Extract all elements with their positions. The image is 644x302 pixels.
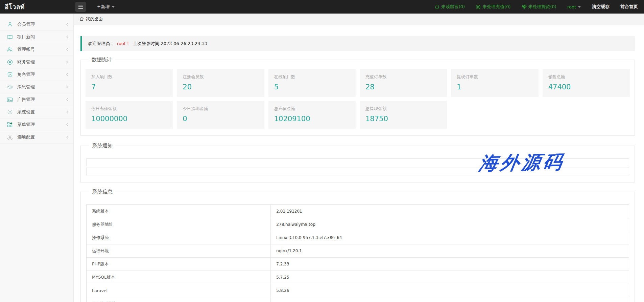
settings-icon	[7, 109, 13, 115]
stat-label: 注册会员数	[183, 74, 258, 80]
stat-card: 今日提现金额 0	[177, 101, 264, 129]
table-row: 运行环境 nginx/1.20.1	[87, 244, 629, 258]
sidebar-item-label: 管理帐号	[17, 46, 66, 52]
sidebar-item-menus[interactable]: 菜单管理	[0, 118, 73, 131]
sidebar-item-system-settings[interactable]: 系统设置	[0, 106, 73, 118]
chevron-left-icon	[66, 122, 69, 128]
chevron-left-icon	[66, 109, 69, 115]
menu-icon	[7, 122, 13, 128]
chevron-left-icon	[66, 59, 69, 65]
welcome-time: 上次登录时间:2023-06-26 23:24:33	[133, 41, 207, 47]
topbar-right: 未读留言(0) 未处理充值(0) 未处理提款(0) root 清空缓存 前台首页	[435, 0, 638, 14]
ad-icon	[7, 96, 13, 103]
diamond-icon	[522, 4, 527, 9]
sysinfo-row-value: 50M	[271, 297, 629, 302]
stat-label: 今日充值金额	[91, 106, 167, 112]
sidebar: 会员管理 项目新闻 管理帐号 财务管理 角色管理 消息管理	[0, 14, 74, 302]
stat-card: 在线项目数 5	[268, 69, 356, 97]
sidebar-item-roles[interactable]: 角色管理	[0, 68, 73, 81]
sidebar-item-members[interactable]: 会员管理	[0, 18, 73, 31]
sidebar-item-project-news[interactable]: 项目新闻	[0, 31, 73, 43]
stats-cards: 加入项目数 7 注册会员数 20 在线项目数 5 充值订单数 28 提现订单数 …	[86, 69, 630, 129]
clear-cache-button[interactable]: 清空缓存	[592, 4, 610, 10]
table-row: 操作系统 Linux 3.10.0-957.1.3.el7.x86_64	[87, 231, 629, 244]
breadcrumb-label: 我的桌面	[86, 16, 103, 22]
front-home-label: 前台首页	[620, 4, 638, 10]
stat-value: 47400	[548, 83, 624, 91]
chevron-left-icon	[66, 34, 69, 40]
stat-value: 0	[183, 115, 258, 123]
sysinfo-row-label: 服务器地址	[87, 218, 271, 231]
front-home-link[interactable]: 前台首页	[620, 4, 638, 10]
finance-icon	[7, 59, 13, 65]
coin-icon	[476, 4, 481, 9]
table-row: PHP版本 7.2.33	[87, 258, 629, 271]
sysinfo-row-label: 操作系统	[87, 231, 271, 244]
sysinfo-section: 系统信息 系统版本 2.01.191201 服务器地址 278.haiwaiym…	[80, 189, 635, 302]
stat-card: 总充值金额 10209100	[268, 101, 356, 129]
sidebar-item-label: 会员管理	[17, 21, 66, 27]
stat-label: 加入项目数	[91, 74, 167, 80]
caret-down-icon	[578, 6, 581, 8]
topbar: อีโวลท์ +新增 未读留言(0) 未处理充值(0) 未处理提款(0)	[0, 0, 644, 14]
add-new-dropdown[interactable]: +新增	[97, 0, 115, 14]
notice-section: 系统通知	[80, 143, 635, 182]
unread-messages-link[interactable]: 未读留言(0)	[435, 4, 465, 10]
sidebar-item-finance[interactable]: 财务管理	[0, 56, 73, 68]
stat-card: 提现订单数 1	[451, 69, 538, 97]
app-logo: อีโวลท์	[5, 0, 25, 14]
sysinfo-row-label: 系统版本	[87, 205, 271, 218]
stat-card: 今日充值金额 10000000	[86, 101, 173, 129]
chevron-left-icon	[66, 46, 69, 53]
bell-icon	[435, 4, 439, 9]
user-dropdown[interactable]: root	[567, 4, 581, 9]
role-icon	[7, 71, 13, 78]
chevron-left-icon	[66, 84, 69, 90]
sidebar-item-label: 选项配置	[17, 134, 66, 140]
stats-section-title: 数据统计	[89, 57, 115, 63]
pending-withdraw-link[interactable]: 未处理提款(0)	[522, 4, 556, 10]
message-icon	[7, 84, 13, 90]
stat-card: 总提现金额 18750	[360, 101, 447, 129]
sidebar-item-options[interactable]: 选项配置	[0, 131, 73, 144]
sidebar-item-label: 系统设置	[17, 109, 66, 115]
stat-card: 销售总额 47400	[543, 69, 630, 97]
notice-row	[86, 168, 629, 175]
sysinfo-row-label: 上传附件限制	[87, 297, 271, 302]
sysinfo-row-label: 运行环境	[87, 244, 271, 257]
caret-down-icon	[112, 6, 115, 8]
welcome-alert: 欢迎管理员： root！ 上次登录时间:2023-06-26 23:24:33	[80, 36, 635, 51]
breadcrumb-bar: 我的桌面	[74, 14, 644, 25]
sidebar-toggle-button[interactable]	[75, 2, 86, 12]
accounts-icon	[7, 46, 13, 52]
sysinfo-row-value: 5.8.26	[271, 284, 629, 297]
sysinfo-row-value: 2.01.191201	[271, 205, 629, 218]
stat-label: 销售总额	[548, 74, 624, 80]
stat-label: 总充值金额	[274, 106, 350, 112]
table-row: 系统版本 2.01.191201	[87, 205, 629, 218]
stats-section: 数据统计 加入项目数 7 注册会员数 20 在线项目数 5 充值订单数 28 提…	[80, 57, 635, 136]
add-new-label: +新增	[97, 4, 110, 10]
stat-card: 加入项目数 7	[86, 69, 173, 97]
sidebar-item-label: 广告管理	[17, 96, 66, 103]
pending-recharge-link[interactable]: 未处理充值(0)	[476, 4, 510, 10]
sysinfo-row-label: PHP版本	[87, 258, 271, 271]
sidebar-item-admin-accounts[interactable]: 管理帐号	[0, 43, 73, 56]
sysinfo-table: 系统版本 2.01.191201 服务器地址 278.haiwaiym9.top…	[86, 204, 629, 302]
sidebar-item-label: 角色管理	[17, 71, 66, 78]
sidebar-item-messages[interactable]: 消息管理	[0, 81, 73, 93]
notice-row	[86, 158, 629, 166]
sidebar-item-label: 消息管理	[17, 84, 66, 90]
stat-value: 10000000	[91, 115, 167, 123]
sysinfo-row-label: MYSQL版本	[87, 271, 271, 284]
chevron-left-icon	[66, 96, 69, 103]
breadcrumb[interactable]: 我的桌面	[79, 16, 103, 22]
sidebar-item-ads[interactable]: 广告管理	[0, 93, 73, 106]
clear-cache-label: 清空缓存	[592, 4, 610, 10]
stat-value: 5	[274, 83, 350, 91]
sidebar-item-label: 菜单管理	[17, 122, 66, 128]
chevron-left-icon	[66, 71, 69, 78]
welcome-prefix: 欢迎管理员：	[88, 41, 114, 47]
sysinfo-row-value: nginx/1.20.1	[271, 244, 629, 257]
sidebar-item-label: 项目新闻	[17, 34, 66, 40]
